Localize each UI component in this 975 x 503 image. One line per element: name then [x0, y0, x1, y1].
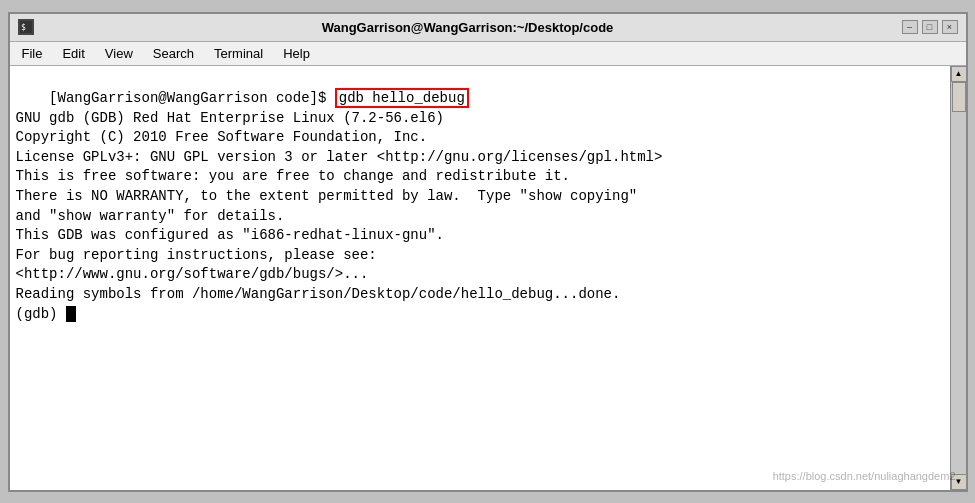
terminal-output-line: There is NO WARRANTY, to the extent perm…	[16, 188, 638, 204]
terminal-output-line: For bug reporting instructions, please s…	[16, 247, 377, 263]
terminal-output-line: Copyright (C) 2010 Free Software Foundat…	[16, 129, 428, 145]
scroll-up-button[interactable]: ▲	[951, 66, 966, 82]
terminal-output-line: and "show warranty" for details.	[16, 208, 285, 224]
terminal-output-line: GNU gdb (GDB) Red Hat Enterprise Linux (…	[16, 110, 444, 126]
menu-item-help[interactable]: Help	[275, 44, 318, 63]
terminal-output-line: <http://www.gnu.org/software/gdb/bugs/>.…	[16, 266, 369, 282]
terminal-icon: $	[18, 19, 34, 35]
menu-bar: FileEditViewSearchTerminalHelp	[10, 42, 966, 66]
scrollbar-thumb[interactable]	[952, 82, 966, 112]
menu-item-edit[interactable]: Edit	[54, 44, 92, 63]
terminal-command: gdb hello_debug	[335, 88, 469, 108]
close-button[interactable]: ×	[942, 20, 958, 34]
terminal-body: [WangGarrison@WangGarrison code]$ gdb he…	[10, 66, 966, 490]
scrollbar[interactable]: ▲ ▼	[950, 66, 966, 490]
terminal-content[interactable]: [WangGarrison@WangGarrison code]$ gdb he…	[10, 66, 950, 490]
terminal-output-line: Reading symbols from /home/WangGarrison/…	[16, 286, 621, 302]
menu-item-terminal[interactable]: Terminal	[206, 44, 271, 63]
terminal-output-line: (gdb)	[16, 306, 76, 322]
terminal-prompt: [WangGarrison@WangGarrison code]$	[49, 90, 335, 106]
terminal-output-line: This is free software: you are free to c…	[16, 168, 571, 184]
minimize-button[interactable]: –	[902, 20, 918, 34]
menu-item-file[interactable]: File	[14, 44, 51, 63]
maximize-button[interactable]: □	[922, 20, 938, 34]
terminal-cursor	[66, 306, 76, 322]
window-title: WangGarrison@WangGarrison:~/Desktop/code	[34, 20, 902, 35]
menu-item-view[interactable]: View	[97, 44, 141, 63]
scrollbar-track	[951, 82, 966, 474]
window-controls: – □ ×	[902, 20, 958, 34]
title-bar: $ WangGarrison@WangGarrison:~/Desktop/co…	[10, 14, 966, 42]
svg-text:$: $	[21, 23, 26, 32]
menu-item-search[interactable]: Search	[145, 44, 202, 63]
title-bar-left: $	[18, 19, 34, 35]
terminal-window: $ WangGarrison@WangGarrison:~/Desktop/co…	[8, 12, 968, 492]
terminal-output-line: License GPLv3+: GNU GPL version 3 or lat…	[16, 149, 663, 165]
terminal-prompt-line: [WangGarrison@WangGarrison code]$ gdb he…	[49, 88, 469, 108]
terminal-output-line: This GDB was configured as "i686-redhat-…	[16, 227, 444, 243]
watermark: https://blog.csdn.net/nuliaghangdem2	[773, 470, 956, 482]
